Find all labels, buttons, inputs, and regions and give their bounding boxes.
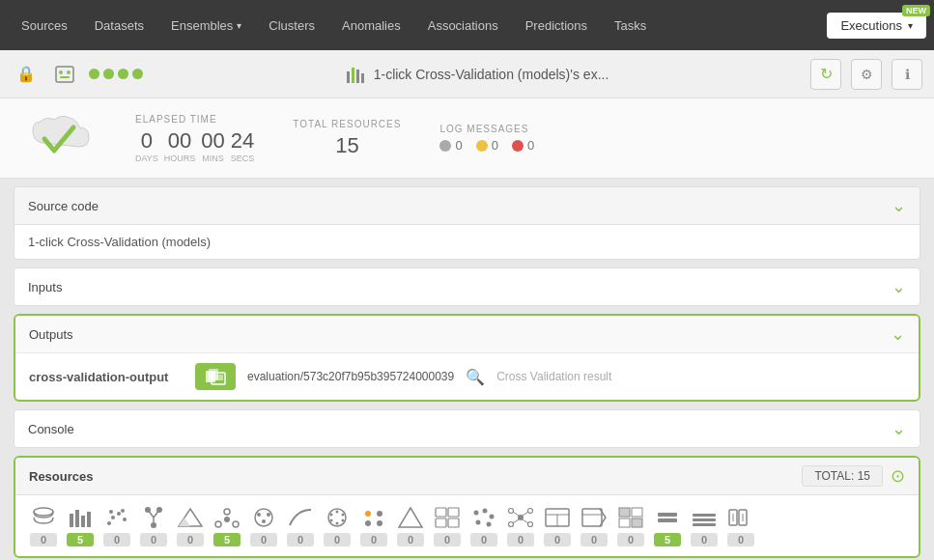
dropdown-arrow-icon: ▾ — [908, 20, 913, 31]
log-item-gray: 0 — [439, 138, 462, 153]
source-code-header[interactable]: Source code ⌄ — [14, 187, 920, 225]
svg-point-38 — [257, 513, 261, 517]
elapsed-mins: 00 — [201, 128, 224, 154]
lock-icon[interactable]: 🔒 — [12, 60, 41, 89]
nav-associations[interactable]: Associations — [414, 0, 512, 50]
resources-section: Resources TOTAL: 15 ⊙ 0 5 — [14, 456, 920, 558]
barchart-icon — [64, 505, 97, 530]
svg-line-68 — [523, 512, 528, 516]
inputs-header[interactable]: Inputs ⌄ — [14, 268, 920, 305]
svg-rect-15 — [70, 514, 73, 527]
resource-item-7: 0 — [284, 505, 317, 546]
script-icon[interactable] — [50, 60, 79, 89]
yellow-dot-icon — [476, 140, 488, 152]
inputs-chevron-icon: ⌄ — [892, 276, 906, 297]
log-value-1: 0 — [492, 138, 498, 153]
resource-item-5: 5 — [211, 505, 243, 546]
resource-count-15: 0 — [580, 533, 608, 546]
svg-point-61 — [487, 522, 492, 527]
svg-point-60 — [476, 520, 481, 525]
svg-rect-55 — [436, 518, 446, 527]
svg-rect-17 — [81, 516, 85, 527]
executions-button[interactable]: Executions ▾ NEW — [827, 13, 926, 39]
success-indicator — [19, 110, 97, 166]
executions-label: Executions — [840, 18, 902, 33]
resource-count-9: 0 — [360, 533, 387, 546]
source-code-content: 1-click Cross-Validation (models) — [28, 235, 211, 249]
toolbar: 🔒 1-click Cross-Validation (models)'s ex… — [0, 50, 934, 98]
resource-item-1: 5 — [64, 505, 97, 546]
output-description: Cross Validation result — [496, 370, 611, 383]
resources-total-label: TOTAL: 15 — [814, 469, 870, 483]
resource-item-0: 0 — [27, 505, 60, 546]
nav-predictions[interactable]: Predictions — [512, 0, 601, 50]
nav-datasets[interactable]: Datasets — [81, 0, 157, 50]
resource-count-13: 0 — [507, 533, 534, 546]
info-icon[interactable]: ℹ — [892, 59, 922, 90]
source-code-body: 1-click Cross-Validation (models) — [14, 225, 920, 259]
dotscircle-icon — [321, 505, 354, 530]
nav-tasks[interactable]: Tasks — [601, 0, 660, 50]
svg-point-34 — [215, 521, 221, 527]
resources-total-badge: TOTAL: 15 — [802, 465, 883, 487]
svg-point-28 — [145, 507, 151, 513]
svg-rect-5 — [352, 68, 354, 83]
network-icon — [504, 505, 537, 530]
resource-count-16: 0 — [617, 533, 644, 546]
output-icon-button[interactable] — [195, 363, 236, 390]
svg-point-51 — [377, 520, 382, 526]
svg-point-64 — [528, 509, 533, 514]
nav-ensembles[interactable]: Ensembles▾ — [157, 0, 255, 50]
outputs-header[interactable]: Outputs ⌄ — [15, 316, 919, 353]
toolbar-title: 1-click Cross-Validation (models)'s ex..… — [374, 67, 609, 82]
svg-point-22 — [123, 518, 127, 521]
svg-point-45 — [336, 522, 339, 525]
total-resources: TOTAL RESOURCES 15 — [293, 119, 401, 158]
svg-point-46 — [330, 519, 333, 522]
gridcircle-icon — [431, 505, 464, 530]
resource-count-1: 5 — [67, 533, 94, 546]
mountain-icon — [174, 505, 207, 530]
nav-anomalies[interactable]: Anomalies — [328, 0, 414, 50]
console-chevron-icon: ⌄ — [892, 418, 906, 439]
scatter2-icon — [467, 505, 500, 530]
nav-sources[interactable]: Sources — [8, 0, 81, 50]
settings-icon[interactable]: ⚙ — [851, 59, 882, 90]
svg-marker-52 — [399, 508, 422, 527]
svg-rect-3 — [60, 76, 70, 78]
resource-count-18: 0 — [691, 533, 718, 546]
resource-item-6: 0 — [247, 505, 280, 546]
output-label: cross-validation-output — [29, 370, 184, 384]
elapsed-label: ELAPSED TIME — [135, 114, 254, 125]
cluster-icon — [211, 505, 243, 530]
model-icon — [137, 505, 170, 530]
resource-item-9: 0 — [357, 505, 390, 546]
log-item-yellow: 0 — [476, 138, 498, 153]
svg-point-63 — [509, 509, 514, 514]
source-code-title: Source code — [28, 199, 99, 213]
resource-item-16: 0 — [614, 505, 647, 546]
svg-point-19 — [107, 521, 111, 525]
elapsed-days: 0 — [141, 128, 153, 154]
resource-count-4: 0 — [177, 533, 204, 546]
svg-rect-82 — [693, 514, 716, 517]
resources-grid: 0 5 0 0 — [15, 495, 919, 556]
resource-item-19: 0 — [724, 505, 757, 546]
svg-rect-7 — [361, 73, 364, 83]
curve-icon — [284, 505, 317, 530]
elapsed-secs: 24 — [231, 128, 254, 154]
resource-count-6: 0 — [250, 533, 277, 546]
svg-point-35 — [233, 521, 239, 527]
console-header[interactable]: Console ⌄ — [14, 410, 920, 447]
svg-rect-77 — [632, 508, 642, 517]
refresh-icon[interactable]: ↻ — [810, 59, 841, 90]
gridsq-icon — [614, 505, 647, 530]
resources-chevron-icon[interactable]: ⊙ — [891, 465, 905, 487]
svg-rect-56 — [448, 518, 459, 527]
chart-icon — [345, 64, 366, 85]
search-icon[interactable]: 🔍 — [466, 368, 485, 386]
hours-unit: HOURS — [164, 154, 196, 163]
nav-clusters[interactable]: Clusters — [255, 0, 328, 50]
svg-point-29 — [156, 507, 162, 513]
svg-rect-6 — [356, 70, 359, 83]
